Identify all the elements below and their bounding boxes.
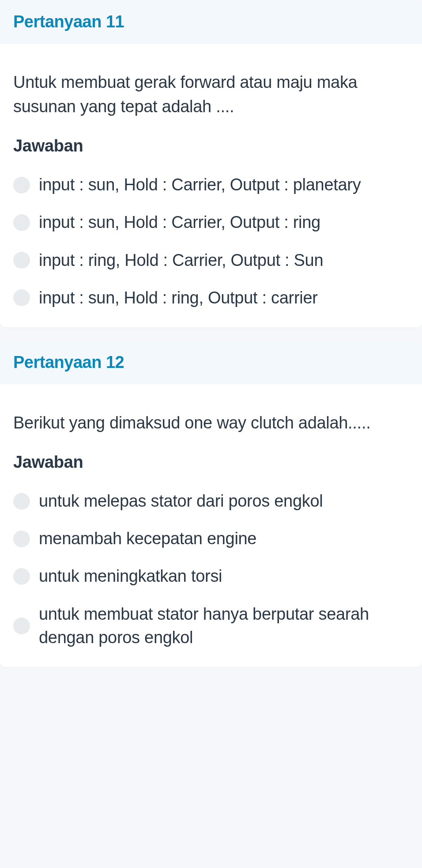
answer-option[interactable]: menambah kecepatan engine: [13, 527, 409, 550]
radio-icon: [13, 252, 30, 269]
option-text: input : ring, Hold : Carrier, Output : S…: [39, 249, 323, 272]
answer-option[interactable]: untuk meningkatkan torsi: [13, 565, 409, 588]
question-text: Untuk membuat gerak forward atau maju ma…: [13, 70, 409, 119]
question-title: Pertanyaan 11: [13, 12, 409, 31]
option-text: untuk meningkatkan torsi: [39, 565, 222, 588]
answer-option[interactable]: untuk melepas stator dari poros engkol: [13, 489, 409, 513]
radio-icon: [13, 531, 30, 547]
question-header: Pertanyaan 12: [0, 341, 422, 384]
answer-option[interactable]: input : sun, Hold : ring, Output : carri…: [13, 286, 409, 310]
radio-icon: [13, 568, 30, 585]
question-title: Pertanyaan 12: [13, 353, 409, 372]
answer-option[interactable]: input : sun, Hold : Carrier, Output : pl…: [13, 173, 409, 197]
answer-label: Jawaban: [13, 136, 409, 155]
option-text: input : sun, Hold : ring, Output : carri…: [39, 286, 318, 310]
option-text: menambah kecepatan engine: [39, 527, 256, 550]
radio-icon: [13, 618, 30, 634]
question-header: Pertanyaan 11: [0, 0, 422, 44]
answer-option[interactable]: untuk membuat stator hanya berputar sear…: [13, 603, 409, 649]
question-card-11: Pertanyaan 11 Untuk membuat gerak forwar…: [0, 0, 422, 327]
option-text: untuk membuat stator hanya berputar sear…: [39, 603, 409, 649]
question-body: Untuk membuat gerak forward atau maju ma…: [0, 44, 422, 327]
answer-option[interactable]: input : sun, Hold : Carrier, Output : ri…: [13, 211, 409, 234]
option-text: input : sun, Hold : Carrier, Output : pl…: [39, 173, 361, 197]
radio-icon: [13, 214, 30, 231]
answer-option[interactable]: input : ring, Hold : Carrier, Output : S…: [13, 249, 409, 272]
option-text: untuk melepas stator dari poros engkol: [39, 489, 323, 513]
radio-icon: [13, 289, 30, 306]
question-body: Berikut yang dimaksud one way clutch ada…: [0, 384, 422, 667]
answer-label: Jawaban: [13, 453, 409, 472]
question-card-12: Pertanyaan 12 Berikut yang dimaksud one …: [0, 341, 422, 667]
radio-icon: [13, 493, 30, 510]
option-text: input : sun, Hold : Carrier, Output : ri…: [39, 211, 320, 234]
question-text: Berikut yang dimaksud one way clutch ada…: [13, 411, 409, 435]
radio-icon: [13, 177, 30, 193]
